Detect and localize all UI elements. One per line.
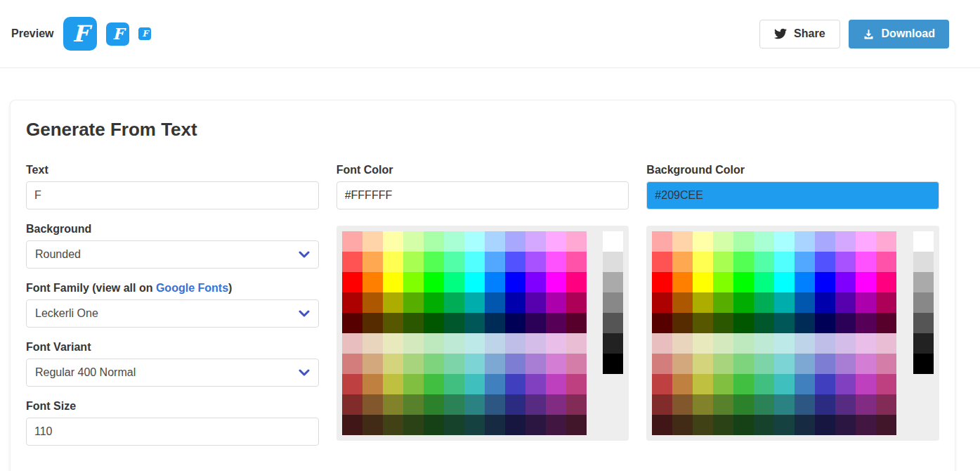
palette-color-cell[interactable] xyxy=(505,333,525,354)
palette-color-cell[interactable] xyxy=(546,231,566,252)
palette-color-cell[interactable] xyxy=(464,252,485,272)
grayscale-cell[interactable] xyxy=(913,252,934,272)
palette-color-cell[interactable] xyxy=(835,252,856,272)
palette-color-cell[interactable] xyxy=(835,394,856,415)
palette-color-cell[interactable] xyxy=(713,231,733,252)
palette-color-cell[interactable] xyxy=(444,333,464,354)
palette-color-cell[interactable] xyxy=(672,394,693,415)
palette-color-cell[interactable] xyxy=(403,252,424,272)
palette-color-cell[interactable] xyxy=(652,272,672,292)
palette-color-cell[interactable] xyxy=(424,252,444,272)
grayscale-cell[interactable] xyxy=(603,231,623,252)
palette-color-cell[interactable] xyxy=(485,252,505,272)
grayscale-cell[interactable] xyxy=(603,252,623,272)
palette-color-cell[interactable] xyxy=(505,313,525,333)
palette-color-cell[interactable] xyxy=(505,354,525,374)
palette-color-cell[interactable] xyxy=(505,394,525,415)
palette-color-cell[interactable] xyxy=(795,333,815,354)
palette-color-cell[interactable] xyxy=(566,374,587,394)
palette-color-cell[interactable] xyxy=(525,292,546,313)
palette-color-cell[interactable] xyxy=(795,313,815,333)
palette-color-cell[interactable] xyxy=(856,272,876,292)
palette-color-cell[interactable] xyxy=(485,354,505,374)
palette-color-cell[interactable] xyxy=(485,374,505,394)
palette-color-cell[interactable] xyxy=(464,354,485,374)
palette-color-cell[interactable] xyxy=(815,415,835,435)
palette-color-cell[interactable] xyxy=(362,354,383,374)
palette-color-cell[interactable] xyxy=(525,354,546,374)
palette-color-cell[interactable] xyxy=(464,394,485,415)
palette-color-cell[interactable] xyxy=(754,354,774,374)
palette-color-cell[interactable] xyxy=(733,374,754,394)
share-button[interactable]: Share xyxy=(759,20,839,49)
palette-color-cell[interactable] xyxy=(342,333,362,354)
palette-color-cell[interactable] xyxy=(464,415,485,435)
palette-color-cell[interactable] xyxy=(566,231,587,252)
palette-color-cell[interactable] xyxy=(525,272,546,292)
palette-color-cell[interactable] xyxy=(693,374,713,394)
palette-color-cell[interactable] xyxy=(652,231,672,252)
palette-color-cell[interactable] xyxy=(505,252,525,272)
palette-color-cell[interactable] xyxy=(876,394,896,415)
palette-color-cell[interactable] xyxy=(485,333,505,354)
palette-color-cell[interactable] xyxy=(652,415,672,435)
palette-color-cell[interactable] xyxy=(815,374,835,394)
grayscale-cell[interactable] xyxy=(603,354,623,374)
palette-color-cell[interactable] xyxy=(856,394,876,415)
palette-color-cell[interactable] xyxy=(485,292,505,313)
palette-color-cell[interactable] xyxy=(566,292,587,313)
palette-color-cell[interactable] xyxy=(652,333,672,354)
palette-color-cell[interactable] xyxy=(566,313,587,333)
palette-color-cell[interactable] xyxy=(856,231,876,252)
palette-color-cell[interactable] xyxy=(383,394,403,415)
palette-color-cell[interactable] xyxy=(774,333,795,354)
palette-color-cell[interactable] xyxy=(693,333,713,354)
palette-color-cell[interactable] xyxy=(424,231,444,252)
palette-color-cell[interactable] xyxy=(815,313,835,333)
palette-color-cell[interactable] xyxy=(424,333,444,354)
palette-color-cell[interactable] xyxy=(525,252,546,272)
palette-color-cell[interactable] xyxy=(876,231,896,252)
palette-color-cell[interactable] xyxy=(693,354,713,374)
palette-color-cell[interactable] xyxy=(342,272,362,292)
palette-color-cell[interactable] xyxy=(713,394,733,415)
palette-color-cell[interactable] xyxy=(693,292,713,313)
palette-color-cell[interactable] xyxy=(444,415,464,435)
palette-color-cell[interactable] xyxy=(403,415,424,435)
palette-color-cell[interactable] xyxy=(693,252,713,272)
palette-color-cell[interactable] xyxy=(403,292,424,313)
palette-color-cell[interactable] xyxy=(815,394,835,415)
palette-color-cell[interactable] xyxy=(342,374,362,394)
palette-color-cell[interactable] xyxy=(672,252,693,272)
palette-color-cell[interactable] xyxy=(774,292,795,313)
palette-color-cell[interactable] xyxy=(693,231,713,252)
palette-color-cell[interactable] xyxy=(464,292,485,313)
palette-color-cell[interactable] xyxy=(546,354,566,374)
palette-color-cell[interactable] xyxy=(652,374,672,394)
palette-color-cell[interactable] xyxy=(546,292,566,313)
palette-color-cell[interactable] xyxy=(713,333,733,354)
palette-color-cell[interactable] xyxy=(424,374,444,394)
palette-color-cell[interactable] xyxy=(362,272,383,292)
palette-color-cell[interactable] xyxy=(795,252,815,272)
palette-color-cell[interactable] xyxy=(815,333,835,354)
grayscale-cell[interactable] xyxy=(913,292,934,313)
palette-color-cell[interactable] xyxy=(444,272,464,292)
palette-color-cell[interactable] xyxy=(713,374,733,394)
palette-color-cell[interactable] xyxy=(342,313,362,333)
palette-color-cell[interactable] xyxy=(754,292,774,313)
palette-color-cell[interactable] xyxy=(444,313,464,333)
palette-color-cell[interactable] xyxy=(362,374,383,394)
palette-color-cell[interactable] xyxy=(774,415,795,435)
palette-color-cell[interactable] xyxy=(733,394,754,415)
font-color-input[interactable] xyxy=(337,181,629,209)
palette-color-cell[interactable] xyxy=(383,374,403,394)
palette-color-cell[interactable] xyxy=(693,313,713,333)
palette-color-cell[interactable] xyxy=(566,333,587,354)
palette-color-cell[interactable] xyxy=(713,252,733,272)
palette-color-cell[interactable] xyxy=(546,394,566,415)
palette-color-cell[interactable] xyxy=(383,292,403,313)
palette-color-cell[interactable] xyxy=(505,415,525,435)
palette-color-cell[interactable] xyxy=(342,231,362,252)
palette-color-cell[interactable] xyxy=(464,272,485,292)
